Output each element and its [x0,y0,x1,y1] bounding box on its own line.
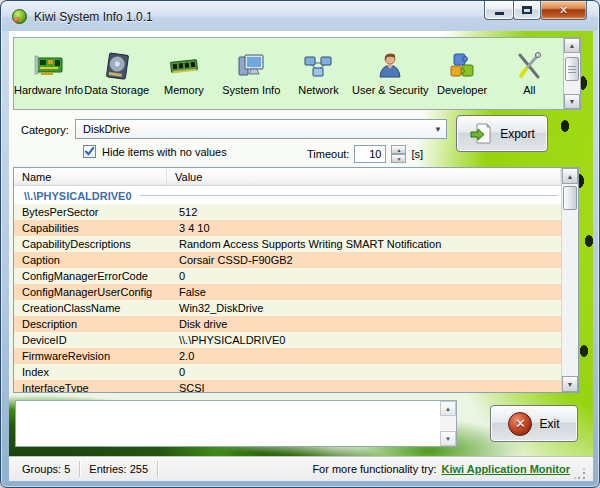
table-scrollbar-thumb[interactable] [563,186,577,210]
status-bar: Groups: 5 Entries: 255 For more function… [9,456,593,481]
toolbar-scrollbar-thumb[interactable] [565,57,579,81]
row-name-cell: BytesPerSector [14,206,167,218]
timeout-control: Timeout: 10 ▲ ▼ [s] [307,145,423,163]
row-value-cell: Corsair CSSD-F90GB2 [167,254,561,266]
timeout-label: Timeout: [307,148,349,160]
scroll-up-icon[interactable]: ▲ [440,401,456,416]
table-row[interactable]: Description Disk drive [14,316,561,332]
category-dropdown[interactable]: DiskDrive ▼ [75,119,447,139]
scroll-down-icon[interactable]: ▼ [564,94,580,109]
toolbar-item-system-info[interactable]: System Info [218,51,285,96]
toolbar-scrollbar-track[interactable] [564,53,580,94]
stepper-down-icon[interactable]: ▼ [391,154,406,163]
hide-empty-checkbox[interactable] [83,145,96,158]
table-row[interactable]: DeviceID \\.\PHYSICALDRIVE0 [14,332,561,348]
stepper-up-icon[interactable]: ▲ [391,145,406,154]
row-name-cell: InterfaceType [14,382,167,392]
table-rows: BytesPerSector 512 Capabilities 3 4 10 C… [14,204,561,392]
row-value-cell: 0 [167,270,561,282]
table-row[interactable]: Index 0 [14,364,561,380]
table-row[interactable]: Caption Corsair CSSD-F90GB2 [14,252,561,268]
toolbar-item-label: Memory [164,84,204,96]
kiwi-app-icon [12,9,27,24]
row-name-cell: CreationClassName [14,302,167,314]
export-label: Export [500,127,535,141]
chevron-down-icon: ▼ [430,125,446,134]
scroll-up-icon[interactable]: ▲ [564,38,580,53]
exit-x-icon: ✕ [508,412,532,436]
memory-icon [168,51,200,81]
timeout-unit: [s] [411,148,423,160]
row-name-cell: CapabilityDescriptions [14,238,167,250]
developer-icon [446,51,478,81]
system-info-icon [235,51,267,81]
toolbar-item-label: Developer [437,84,487,96]
toolbar-item-label: User & Security [352,84,428,96]
network-icon [302,51,334,81]
table-row[interactable]: Capabilities 3 4 10 [14,220,561,236]
scroll-down-icon[interactable]: ▼ [440,431,456,446]
entries-count: Entries: 255 [80,463,157,475]
hardware-info-icon [33,51,65,81]
group-header-row[interactable]: \\.\PHYSICALDRIVE0 [14,187,561,204]
maximize-button[interactable] [513,1,541,20]
toolbar-item-data-storage[interactable]: Data Storage [83,51,150,96]
statusbar-separator [157,461,158,477]
table-row[interactable]: CapabilityDescriptions Random Access Sup… [14,236,561,252]
table-scrollbar-track[interactable] [562,184,578,376]
window-controls: ✕ [485,1,587,20]
table-row[interactable]: ConfigManagerErrorCode 0 [14,268,561,284]
toolbar-item-label: System Info [222,84,280,96]
export-button[interactable]: Export [456,115,548,152]
hide-empty-checkbox-row[interactable]: Hide items with no values [83,145,227,158]
toolbar-item-user-security[interactable]: User & Security [352,51,428,96]
close-button[interactable]: ✕ [540,1,587,20]
toolbar-item-all[interactable]: All [496,51,563,96]
resize-grip[interactable] [574,468,587,481]
column-header-name[interactable]: Name [14,168,167,185]
scroll-up-icon[interactable]: ▲ [562,168,578,184]
row-name-cell: ConfigManagerErrorCode [14,270,167,282]
toolbar-scrollbar[interactable]: ▲ ▼ [563,38,580,109]
log-scrollbar[interactable]: ▲ ▼ [440,401,456,446]
toolbar-item-memory[interactable]: Memory [150,51,217,96]
table-scrollbar[interactable]: ▲ ▼ [561,168,578,392]
toolbar-item-developer[interactable]: Developer [429,51,496,96]
data-storage-icon [101,51,133,81]
row-value-cell: Disk drive [167,318,561,330]
category-label: Category: [21,124,69,136]
toolbar-item-label: Data Storage [84,84,149,96]
log-textarea[interactable]: ▲ ▼ [15,400,457,447]
timeout-input[interactable]: 10 [354,145,386,163]
exit-button[interactable]: ✕ Exit [490,405,578,442]
thumb-grip-icon [568,66,576,73]
scroll-down-icon[interactable]: ▼ [562,376,578,392]
column-header-value[interactable]: Value [167,168,561,185]
hide-empty-label: Hide items with no values [102,146,227,158]
toolbar-item-hardware-info[interactable]: Hardware Info [14,51,83,96]
row-name-cell: DeviceID [14,334,167,346]
toolbar-item-label: Network [298,84,338,96]
table-row[interactable]: ConfigManagerUserConfig False [14,284,561,300]
row-value-cell: False [167,286,561,298]
promo-link[interactable]: Kiwi Application Monitor [441,463,570,475]
toolbar-item-network[interactable]: Network [285,51,352,96]
table-row[interactable]: CreationClassName Win32_DiskDrive [14,300,561,316]
minimize-button[interactable] [484,1,514,20]
window-title: Kiwi System Info 1.0.1 [34,10,153,24]
row-value-cell: SCSI [167,382,561,392]
app-window: Kiwi System Info 1.0.1 ✕ [0,0,600,488]
table-row[interactable]: InterfaceType SCSI [14,380,561,392]
row-value-cell: 2.0 [167,350,561,362]
user-security-icon [374,51,406,81]
row-value-cell: Random Access Supports Writing SMART Not… [167,238,561,250]
timeout-stepper[interactable]: ▲ ▼ [391,145,406,163]
row-name-cell: Caption [14,254,167,266]
row-name-cell: FirmwareRevision [14,350,167,362]
promo-text: For more functionality try: [312,463,436,475]
group-header-rule [140,195,558,196]
close-icon: ✕ [559,4,568,17]
table-row[interactable]: BytesPerSector 512 [14,204,561,220]
row-value-cell: \\.\PHYSICALDRIVE0 [167,334,561,346]
table-row[interactable]: FirmwareRevision 2.0 [14,348,561,364]
